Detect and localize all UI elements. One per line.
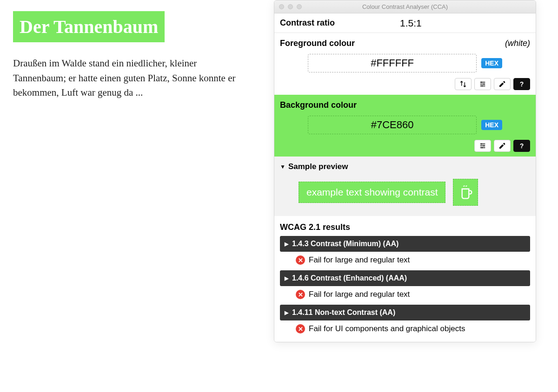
chevron-right-icon: ▶: [285, 310, 288, 316]
background-format-badge[interactable]: HEX: [481, 120, 502, 130]
eyedropper-icon: [498, 80, 506, 88]
wcag-result-toggle[interactable]: ▶ 1.4.3 Contrast (Minimum) (AA): [280, 236, 530, 252]
titlebar[interactable]: Colour Contrast Analyser (CCA): [274, 0, 536, 13]
foreground-note: (white): [505, 39, 530, 48]
sliders-icon: [479, 80, 486, 88]
wcag-result-toggle[interactable]: ▶ 1.4.11 Non-text Contrast (AA): [280, 305, 530, 320]
sample-preview-text: example text showing contrast: [299, 182, 445, 203]
minimize-icon[interactable]: [288, 4, 293, 9]
help-icon: ?: [520, 80, 524, 88]
cup-icon: [458, 184, 472, 200]
fail-icon: ✕: [296, 255, 305, 265]
foreground-sliders-button[interactable]: [474, 78, 491, 90]
window-title: Colour Contrast Analyser (CCA): [274, 3, 536, 10]
background-help-button[interactable]: ?: [513, 140, 530, 152]
sliders-icon: [479, 142, 486, 150]
sample-preview-block: ▼ Sample preview example text showing co…: [274, 157, 536, 216]
fail-icon: ✕: [296, 290, 305, 299]
traffic-lights: [279, 4, 302, 9]
foreground-format-badge[interactable]: HEX: [481, 58, 502, 68]
background-value-input[interactable]: #7CE860: [308, 116, 477, 134]
swap-colors-button[interactable]: [455, 78, 472, 90]
fail-icon: ✕: [296, 324, 305, 333]
background-sliders-button[interactable]: [474, 140, 491, 152]
svg-point-2: [481, 85, 483, 87]
swap-icon: [459, 80, 467, 88]
eyedropper-icon: [498, 142, 506, 150]
wcag-result-title: 1.4.3 Contrast (Minimum) (AA): [292, 240, 399, 248]
foreground-value-input[interactable]: #FFFFFF: [308, 54, 477, 72]
svg-point-4: [483, 145, 485, 147]
sample-preview-toggle[interactable]: ▼ Sample preview: [280, 162, 530, 171]
wcag-result-item: ▶ 1.4.3 Contrast (Minimum) (AA) ✕ Fail f…: [280, 236, 530, 268]
wcag-result-message: Fail for large and regular text: [309, 290, 410, 299]
contrast-ratio-label: Contrast ratio: [280, 18, 335, 28]
sample-body: Draußen im Walde stand ein niedlicher, k…: [13, 56, 250, 100]
svg-point-5: [481, 147, 483, 149]
wcag-result-message: Fail for UI components and graphical obj…: [309, 324, 465, 333]
zoom-icon[interactable]: [297, 4, 302, 9]
wcag-result-item: ▶ 1.4.11 Non-text Contrast (AA) ✕ Fail f…: [280, 305, 530, 337]
wcag-results-title: WCAG 2.1 results: [280, 222, 530, 232]
foreground-eyedropper-button[interactable]: [494, 78, 511, 90]
background-label: Background colour: [280, 100, 357, 110]
foreground-label: Foreground colour: [280, 39, 355, 48]
foreground-help-button[interactable]: ?: [513, 78, 530, 90]
wcag-result-title: 1.4.6 Contrast (Enhanced) (AAA): [292, 274, 407, 282]
background-block: Background colour #7CE860 HEX ?: [274, 95, 536, 157]
close-icon[interactable]: [279, 4, 284, 9]
chevron-down-icon: ▼: [280, 163, 286, 170]
chevron-right-icon: ▶: [285, 241, 288, 247]
wcag-result-message: Fail for large and regular text: [309, 255, 410, 265]
sample-preview-label: Sample preview: [288, 162, 348, 171]
help-icon: ?: [520, 142, 524, 150]
wcag-result-title: 1.4.11 Non-text Contrast (AA): [292, 308, 395, 317]
background-eyedropper-button[interactable]: [494, 140, 511, 152]
wcag-result-toggle[interactable]: ▶ 1.4.6 Contrast (Enhanced) (AAA): [280, 270, 530, 286]
cca-window: Colour Contrast Analyser (CCA) Contrast …: [274, 0, 536, 342]
svg-point-3: [481, 144, 482, 145]
sample-heading: Der Tannenbaum: [13, 11, 165, 42]
chevron-right-icon: ▶: [285, 275, 288, 281]
contrast-ratio-row: Contrast ratio 1.5:1: [274, 13, 536, 33]
svg-point-1: [483, 84, 485, 85]
contrast-ratio-value: 1.5:1: [400, 18, 422, 29]
wcag-results-block: WCAG 2.1 results ▶ 1.4.3 Contrast (Minim…: [274, 216, 536, 342]
sample-pane: Der Tannenbaum Draußen im Walde stand ei…: [0, 0, 270, 392]
foreground-block: Foreground colour (white) #FFFFFF HEX ?: [274, 33, 536, 95]
sample-preview-icon-box: [453, 179, 478, 206]
wcag-result-item: ▶ 1.4.6 Contrast (Enhanced) (AAA) ✕ Fail…: [280, 270, 530, 303]
svg-point-0: [481, 82, 482, 83]
